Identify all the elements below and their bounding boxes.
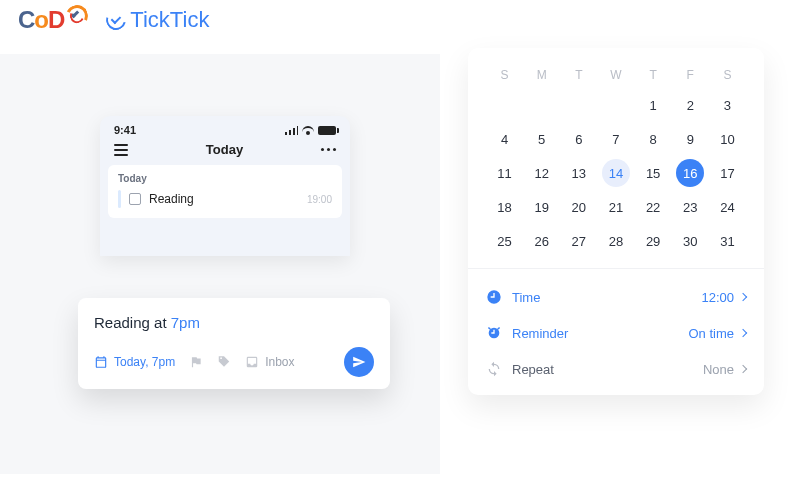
calendar-day[interactable]: 30 <box>672 224 709 258</box>
weekday-header: S <box>709 62 746 88</box>
calendar-icon <box>94 355 108 369</box>
calendar-day[interactable]: 15 <box>635 156 672 190</box>
wifi-icon <box>302 126 314 135</box>
calendar-day[interactable]: 1 <box>635 88 672 122</box>
quick-add-text: Reading at <box>94 314 171 331</box>
send-icon <box>352 355 366 369</box>
repeat-option[interactable]: Repeat None <box>486 351 746 387</box>
weekday-header: M <box>523 62 560 88</box>
weekday-header: S <box>486 62 523 88</box>
calendar-day[interactable]: 21 <box>597 190 634 224</box>
ticktick-logo: TickTick <box>106 7 209 33</box>
time-option[interactable]: Time 12:00 <box>486 279 746 315</box>
task-checkbox[interactable] <box>129 193 141 205</box>
preview-stage: 9:41 Today Today Reading 19:00 Reading a… <box>0 54 440 474</box>
priority-icon[interactable] <box>189 355 203 369</box>
clock-icon <box>486 289 502 305</box>
quick-add-smart-date: 7pm <box>171 314 200 331</box>
list-chip-label: Inbox <box>265 355 294 369</box>
task-row[interactable]: Reading 19:00 <box>118 190 332 208</box>
weekday-header: F <box>672 62 709 88</box>
calendar-day[interactable]: 22 <box>635 190 672 224</box>
weekday-header: T <box>635 62 672 88</box>
chevron-right-icon <box>739 329 747 337</box>
calendar-day[interactable]: 12 <box>523 156 560 190</box>
signal-icon <box>285 126 298 135</box>
calendar-day[interactable]: 8 <box>635 122 672 156</box>
reminder-value: On time <box>688 326 734 341</box>
task-name: Reading <box>149 192 194 206</box>
quick-add-card: Reading at 7pm Today, 7pm Inbox <box>78 298 390 389</box>
battery-icon <box>318 126 336 135</box>
calendar-day[interactable]: 11 <box>486 156 523 190</box>
calendar-day[interactable]: 19 <box>523 190 560 224</box>
codx-logo: CoD <box>18 6 88 34</box>
calendar-day[interactable]: 25 <box>486 224 523 258</box>
send-button[interactable] <box>344 347 374 377</box>
calendar-day[interactable]: 20 <box>560 190 597 224</box>
chevron-right-icon <box>739 293 747 301</box>
calendar-day[interactable]: 23 <box>672 190 709 224</box>
time-label: Time <box>512 290 540 305</box>
tag-icon[interactable] <box>217 355 231 369</box>
calendar-day[interactable]: 18 <box>486 190 523 224</box>
phone-mock: 9:41 Today Today Reading 19:00 <box>100 116 350 256</box>
calendar-day[interactable]: 2 <box>672 88 709 122</box>
calendar-day[interactable]: 27 <box>560 224 597 258</box>
weekday-header: W <box>597 62 634 88</box>
calendar-day[interactable]: 3 <box>709 88 746 122</box>
calendar-day <box>523 88 560 122</box>
list-chip[interactable]: Inbox <box>245 355 294 369</box>
calendar-day[interactable]: 29 <box>635 224 672 258</box>
date-chip-label: Today, 7pm <box>114 355 175 369</box>
calendar-day[interactable]: 7 <box>597 122 634 156</box>
calendar-day <box>597 88 634 122</box>
task-time: 19:00 <box>307 194 332 205</box>
task-accent <box>118 190 121 208</box>
calendar-day[interactable]: 9 <box>672 122 709 156</box>
calendar-day[interactable]: 16 <box>672 156 709 190</box>
calendar-day[interactable]: 17 <box>709 156 746 190</box>
calendar-day[interactable]: 26 <box>523 224 560 258</box>
calendar-day[interactable]: 24 <box>709 190 746 224</box>
repeat-icon <box>486 361 502 377</box>
date-chip[interactable]: Today, 7pm <box>94 355 175 369</box>
calendar-day[interactable]: 31 <box>709 224 746 258</box>
date-picker-panel: SMTWTFS 12345678910111213141516171819202… <box>468 48 764 395</box>
repeat-value: None <box>703 362 734 377</box>
task-card: Today Reading 19:00 <box>108 165 342 218</box>
more-icon[interactable] <box>321 148 336 151</box>
repeat-label: Repeat <box>512 362 554 377</box>
calendar-day[interactable]: 6 <box>560 122 597 156</box>
inbox-icon <box>245 355 259 369</box>
calendar-day[interactable]: 5 <box>523 122 560 156</box>
calendar-day <box>560 88 597 122</box>
calendar-day[interactable]: 4 <box>486 122 523 156</box>
reminder-label: Reminder <box>512 326 568 341</box>
calendar-day[interactable]: 14 <box>597 156 634 190</box>
weekday-header: T <box>560 62 597 88</box>
calendar-day[interactable]: 28 <box>597 224 634 258</box>
screen-title: Today <box>206 142 243 157</box>
section-label: Today <box>118 173 332 184</box>
reminder-option[interactable]: Reminder On time <box>486 315 746 351</box>
menu-icon[interactable] <box>114 144 128 156</box>
quick-add-input[interactable]: Reading at 7pm <box>94 314 374 331</box>
calendar-day[interactable]: 13 <box>560 156 597 190</box>
calendar-day[interactable]: 10 <box>709 122 746 156</box>
time-value: 12:00 <box>701 290 734 305</box>
ticktick-check-icon <box>103 6 130 33</box>
status-bar: 9:41 <box>100 116 350 140</box>
calendar-grid: SMTWTFS 12345678910111213141516171819202… <box>486 62 746 258</box>
alarm-icon <box>486 325 502 341</box>
chevron-right-icon <box>739 365 747 373</box>
clock: 9:41 <box>114 124 136 136</box>
app-name: TickTick <box>130 7 209 33</box>
